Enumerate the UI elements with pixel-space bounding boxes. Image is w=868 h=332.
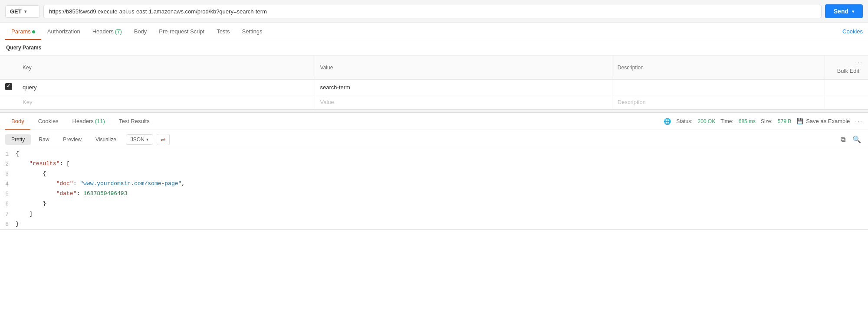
tab-headers[interactable]: Headers(7) xyxy=(86,23,128,40)
tab-tests[interactable]: Tests xyxy=(210,23,236,40)
line-content: "results": [ xyxy=(16,159,868,169)
line-number: 2 xyxy=(0,159,16,169)
response-tab-cookies[interactable]: Cookies xyxy=(32,113,65,130)
url-input[interactable] xyxy=(43,5,822,18)
response-meta: 🌐 Status: 200 OK Time: 685 ms Size: 579 … xyxy=(664,118,863,125)
line-content: "date": 1687850496493 xyxy=(16,189,868,199)
response-tab-body[interactable]: Body xyxy=(5,113,30,130)
row-actions-cell xyxy=(825,80,868,95)
format-bar-right: ⧉ 🔍 xyxy=(839,133,863,145)
format-raw-button[interactable]: Raw xyxy=(33,134,55,145)
request-tab-bar: Params Authorization Headers(7) Body Pre… xyxy=(0,23,868,40)
response-tab-headers[interactable]: Headers(11) xyxy=(66,113,111,130)
col-checkbox-header xyxy=(0,55,17,80)
line-content: "doc": "www.yourdomain.com/some-page", xyxy=(16,179,868,189)
line-number: 7 xyxy=(0,209,16,219)
code-line: 4 "doc": "www.yourdomain.com/some-page", xyxy=(0,179,868,189)
format-preview-button[interactable]: Preview xyxy=(57,134,88,145)
wrap-lines-button[interactable]: ⇌ xyxy=(157,134,170,145)
send-button[interactable]: Send ▾ xyxy=(825,4,863,18)
bulk-edit-dots: ··· xyxy=(855,59,863,66)
empty-actions-cell xyxy=(825,95,868,109)
format-pretty-button[interactable]: Pretty xyxy=(5,134,31,145)
line-content: { xyxy=(16,169,868,179)
empty-key-cell[interactable]: Key xyxy=(17,95,315,109)
row-desc-cell[interactable] xyxy=(612,80,825,95)
table-row-empty: Key Value Description xyxy=(0,95,868,109)
send-chevron-icon: ▾ xyxy=(852,9,854,14)
cookies-link[interactable]: Cookies xyxy=(842,28,863,35)
row-value-cell[interactable]: search-term xyxy=(315,80,612,95)
code-line: 3 { xyxy=(0,169,868,179)
code-line: 7 ] xyxy=(0,209,868,219)
save-as-example-button[interactable]: 💾 Save as Example xyxy=(796,118,850,124)
code-line: 2 "results": [ xyxy=(0,159,868,169)
row-checkbox[interactable] xyxy=(5,83,12,90)
line-content: } xyxy=(16,199,868,208)
method-chevron-icon: ▾ xyxy=(24,9,26,14)
table-row: query search-term xyxy=(0,80,868,95)
tab-params[interactable]: Params xyxy=(5,23,41,40)
line-number: 1 xyxy=(0,149,16,159)
line-content: { xyxy=(16,149,868,159)
copy-button[interactable]: ⧉ xyxy=(839,133,847,145)
empty-desc-cell[interactable]: Description xyxy=(612,95,825,109)
section-divider xyxy=(0,109,868,113)
col-value-header: Value xyxy=(315,55,612,80)
code-line: 8 } xyxy=(0,219,868,229)
empty-value-cell[interactable]: Value xyxy=(315,95,612,109)
col-key-header: Key xyxy=(17,55,315,80)
query-params-label: Query Params xyxy=(0,40,868,55)
line-number: 8 xyxy=(0,219,16,229)
search-button[interactable]: 🔍 xyxy=(851,133,863,145)
format-bar: Pretty Raw Preview Visualize JSON ▾ ⇌ ⧉ … xyxy=(0,130,868,149)
params-dot xyxy=(32,30,35,33)
code-display: 1 { 2 "results": [ 3 { 4 "doc": "www.you… xyxy=(0,149,868,229)
col-actions-header: ··· Bulk Edit xyxy=(825,55,868,80)
response-tab-test-results[interactable]: Test Results xyxy=(113,113,156,130)
empty-checkbox-cell xyxy=(0,95,17,109)
code-line: 5 "date": 1687850496493 xyxy=(0,189,868,199)
col-desc-header: Description xyxy=(612,55,825,80)
save-icon: 💾 xyxy=(796,118,803,124)
tab-body[interactable]: Body xyxy=(128,23,153,40)
response-content: 1 { 2 "results": [ 3 { 4 "doc": "www.you… xyxy=(0,149,868,230)
line-number: 6 xyxy=(0,199,16,209)
line-number: 5 xyxy=(0,189,16,199)
row-key-cell[interactable]: query xyxy=(17,80,315,95)
bulk-edit-button[interactable]: Bulk Edit xyxy=(834,66,863,76)
format-chevron-icon: ▾ xyxy=(146,137,148,142)
response-tab-bar: Body Cookies Headers(11) Test Results 🌐 … xyxy=(0,113,868,130)
code-line: 6 } xyxy=(0,199,868,209)
method-dropdown[interactable]: GET ▾ xyxy=(5,5,40,18)
tab-settings[interactable]: Settings xyxy=(236,23,268,40)
params-table: Key Value Description ··· Bulk Edit quer… xyxy=(0,55,868,109)
row-checkbox-cell[interactable] xyxy=(0,80,17,95)
code-line: 1 { xyxy=(0,149,868,159)
more-options-button[interactable]: ··· xyxy=(855,118,863,125)
line-number: 3 xyxy=(0,169,16,179)
line-number: 4 xyxy=(0,179,16,189)
tab-prerequest[interactable]: Pre-request Script xyxy=(153,23,210,40)
line-content: ] xyxy=(16,209,868,219)
tab-authorization[interactable]: Authorization xyxy=(41,23,86,40)
line-content: } xyxy=(16,219,868,229)
globe-icon: 🌐 xyxy=(664,118,671,125)
method-label: GET xyxy=(10,8,22,15)
format-visualize-button[interactable]: Visualize xyxy=(89,134,122,145)
format-json-select[interactable]: JSON ▾ xyxy=(126,134,153,145)
url-bar: GET ▾ Send ▾ xyxy=(0,0,868,23)
